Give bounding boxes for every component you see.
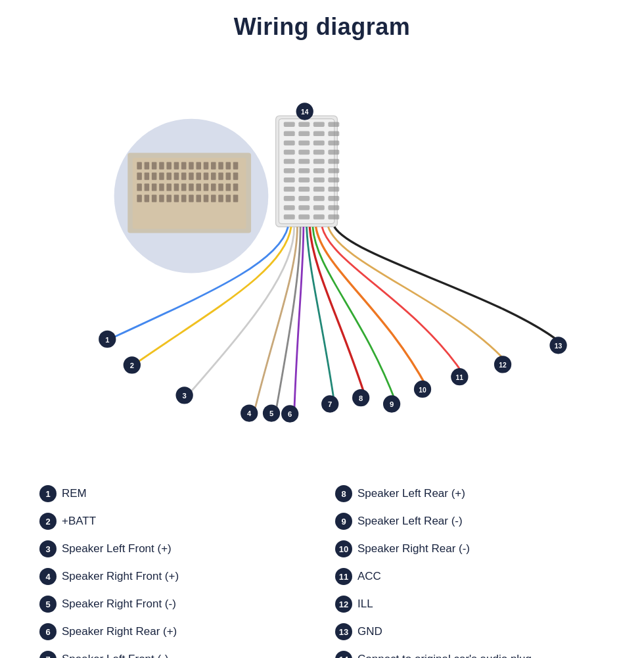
legend-label: Speaker Right Front (-): [62, 598, 176, 611]
svg-rect-47: [152, 195, 157, 202]
svg-rect-49: [166, 195, 172, 202]
svg-rect-100: [328, 205, 339, 210]
svg-rect-82: [298, 168, 310, 174]
svg-rect-55: [211, 195, 216, 202]
svg-rect-43: [226, 183, 231, 191]
svg-rect-18: [145, 172, 150, 179]
svg-rect-40: [204, 183, 209, 191]
svg-rect-89: [284, 187, 295, 192]
svg-rect-76: [328, 150, 339, 155]
svg-rect-28: [218, 172, 223, 179]
legend-number: 3: [39, 540, 57, 557]
svg-rect-73: [284, 150, 295, 155]
svg-rect-10: [189, 162, 194, 169]
legend-number: 6: [39, 623, 57, 640]
svg-rect-85: [284, 177, 295, 183]
svg-rect-102: [298, 214, 310, 220]
svg-rect-35: [166, 183, 172, 191]
svg-rect-21: [166, 172, 172, 179]
svg-rect-11: [196, 162, 201, 169]
svg-rect-80: [328, 159, 339, 164]
svg-rect-42: [218, 183, 223, 191]
svg-text:11: 11: [456, 374, 464, 381]
legend-item: 5Speaker Right Front (-): [39, 592, 309, 617]
legend-item: 4Speaker Right Front (+): [39, 564, 309, 589]
svg-rect-39: [196, 183, 201, 191]
legend-number: 9: [335, 513, 352, 530]
svg-text:8: 8: [359, 394, 363, 402]
svg-rect-46: [145, 195, 150, 202]
wiring-diagram: 1 2 3 4 5 6 7 8 9 10: [20, 47, 624, 468]
svg-rect-7: [166, 162, 172, 169]
svg-rect-61: [284, 122, 295, 127]
svg-rect-77: [284, 159, 295, 164]
svg-rect-6: [159, 162, 164, 169]
svg-rect-91: [313, 187, 325, 192]
svg-rect-14: [218, 162, 223, 169]
legend-number: 4: [39, 568, 57, 585]
legend-item: 10Speaker Right Rear (-): [335, 536, 605, 561]
legend-number: 13: [335, 623, 352, 640]
svg-rect-13: [211, 162, 216, 169]
legend-number: 1: [39, 485, 57, 502]
svg-rect-26: [204, 172, 209, 179]
legend-number: 5: [39, 596, 57, 613]
legend-number: 11: [335, 568, 352, 585]
svg-rect-52: [189, 195, 194, 202]
svg-rect-12: [204, 162, 209, 169]
svg-rect-79: [313, 159, 325, 164]
page: Wiring diagram: [0, 0, 644, 658]
svg-rect-19: [152, 172, 157, 179]
svg-rect-32: [145, 183, 150, 191]
svg-rect-36: [174, 183, 179, 191]
svg-rect-74: [298, 150, 310, 155]
svg-text:2: 2: [130, 362, 134, 369]
svg-rect-27: [211, 172, 216, 179]
svg-rect-95: [313, 196, 325, 201]
svg-rect-98: [298, 205, 310, 210]
svg-rect-87: [313, 177, 325, 183]
svg-rect-65: [284, 131, 295, 137]
svg-rect-96: [328, 196, 339, 201]
svg-rect-5: [152, 162, 157, 169]
svg-rect-104: [328, 214, 339, 220]
svg-text:6: 6: [288, 410, 292, 418]
legend-label: ACC: [357, 570, 381, 583]
svg-text:12: 12: [499, 362, 507, 369]
legend-label: Speaker Left Front (+): [62, 542, 172, 555]
legend-item: 7Speaker Left Front (-): [39, 647, 309, 658]
svg-rect-99: [313, 205, 325, 210]
svg-rect-94: [298, 196, 310, 201]
svg-rect-84: [328, 168, 339, 174]
svg-rect-50: [174, 195, 179, 202]
svg-rect-63: [313, 122, 325, 127]
legend-item: 3Speaker Left Front (+): [39, 536, 309, 561]
svg-text:1: 1: [105, 336, 109, 344]
legend-item: 14Connect to original car's audio plug: [335, 647, 605, 658]
legend-label: REM: [62, 487, 87, 500]
svg-text:7: 7: [328, 400, 332, 408]
svg-rect-4: [145, 162, 150, 169]
svg-rect-66: [298, 131, 310, 137]
svg-rect-67: [313, 131, 325, 137]
legend-label: Speaker Right Rear (+): [62, 625, 177, 638]
svg-rect-71: [313, 141, 325, 146]
svg-rect-58: [233, 195, 239, 202]
svg-rect-81: [284, 168, 295, 174]
svg-rect-25: [196, 172, 201, 179]
svg-rect-48: [159, 195, 164, 202]
svg-rect-37: [181, 183, 187, 191]
legend-item: 6Speaker Right Rear (+): [39, 619, 309, 644]
legend-label: ILL: [357, 598, 373, 611]
legend-number: 12: [335, 596, 352, 613]
legend-label: Speaker Left Front (-): [62, 653, 169, 658]
svg-rect-45: [137, 195, 142, 202]
svg-text:14: 14: [301, 108, 309, 116]
svg-rect-62: [298, 122, 310, 127]
svg-rect-68: [328, 131, 339, 137]
legend-item: 9Speaker Left Rear (-): [335, 509, 605, 534]
svg-rect-86: [298, 177, 310, 183]
legend-number: 8: [335, 485, 352, 502]
page-title: Wiring diagram: [20, 13, 624, 41]
legend: 1REM8Speaker Left Rear (+)2+BATT9Speaker…: [20, 481, 624, 658]
